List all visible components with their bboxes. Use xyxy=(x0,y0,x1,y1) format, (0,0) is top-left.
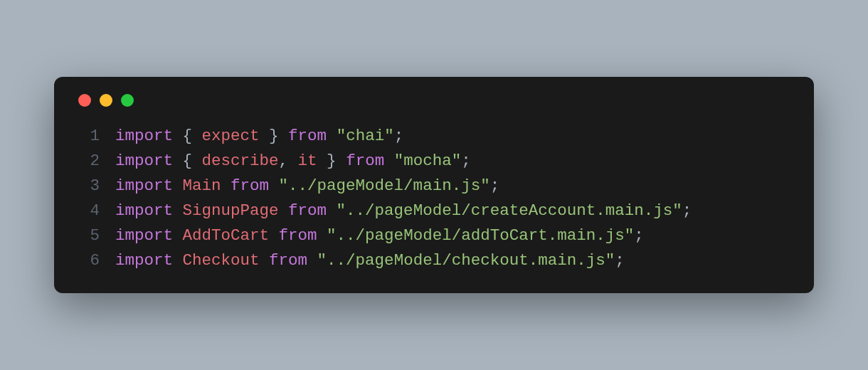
token-punct: ; xyxy=(682,201,692,220)
token-punct: { xyxy=(183,127,202,145)
token-default xyxy=(279,127,289,145)
token-keyword: import xyxy=(115,251,173,270)
token-keyword: from xyxy=(269,251,307,270)
line-content[interactable]: import Checkout from "../pageModel/check… xyxy=(115,248,625,273)
token-keyword: import xyxy=(115,152,173,170)
token-default xyxy=(307,251,317,270)
token-default xyxy=(327,127,337,145)
token-ident: Checkout xyxy=(183,251,260,270)
token-punct: ; xyxy=(394,127,404,145)
token-keyword: import xyxy=(115,201,173,220)
token-keyword: from xyxy=(279,226,317,245)
code-line[interactable]: 1import { expect } from "chai"; xyxy=(74,124,794,149)
code-area[interactable]: 1import { expect } from "chai";2import {… xyxy=(74,124,794,273)
line-number: 6 xyxy=(74,248,100,273)
token-default xyxy=(173,201,183,220)
token-default xyxy=(269,226,279,245)
token-default xyxy=(173,251,183,270)
code-line[interactable]: 6import Checkout from "../pageModel/chec… xyxy=(74,248,794,273)
maximize-icon[interactable] xyxy=(121,94,134,107)
line-content[interactable]: import SignupPage from "../pageModel/cre… xyxy=(115,199,692,223)
minimize-icon[interactable] xyxy=(100,94,112,107)
line-number: 1 xyxy=(74,124,100,149)
token-ident: expect xyxy=(202,127,260,145)
token-punct: ; xyxy=(634,226,644,245)
token-string: "../pageModel/createAccount.main.js" xyxy=(337,201,682,220)
token-default xyxy=(384,152,394,170)
code-editor-window: 1import { expect } from "chai";2import {… xyxy=(54,77,814,292)
token-keyword: from xyxy=(346,152,384,170)
token-keyword: from xyxy=(288,127,327,145)
token-punct: , xyxy=(279,152,298,170)
token-keyword: import xyxy=(115,176,173,195)
token-punct: ; xyxy=(490,176,500,195)
token-default xyxy=(173,176,183,195)
token-default xyxy=(173,226,183,245)
line-number: 5 xyxy=(74,223,100,248)
token-keyword: import xyxy=(115,127,173,145)
line-content[interactable]: import Main from "../pageModel/main.js"; xyxy=(115,174,499,199)
token-default xyxy=(327,201,337,220)
close-icon[interactable] xyxy=(78,94,91,107)
token-punct: ; xyxy=(615,251,625,270)
code-line[interactable]: 3import Main from "../pageModel/main.js"… xyxy=(74,174,794,199)
token-ident: it xyxy=(298,152,317,170)
token-ident: SignupPage xyxy=(183,201,279,220)
token-keyword: from xyxy=(231,176,269,195)
token-default xyxy=(337,152,346,170)
code-line[interactable]: 5import AddToCart from "../pageModel/add… xyxy=(74,223,794,248)
token-punct: } xyxy=(260,127,279,145)
token-default xyxy=(260,251,270,270)
line-content[interactable]: import { describe, it } from "mocha"; xyxy=(115,149,471,174)
window-controls xyxy=(74,94,794,107)
token-keyword: import xyxy=(115,226,173,245)
token-default xyxy=(317,226,327,245)
line-content[interactable]: import { expect } from "chai"; xyxy=(115,124,403,149)
token-default xyxy=(221,176,231,195)
token-default xyxy=(173,127,183,145)
token-string: "../pageModel/checkout.main.js" xyxy=(317,251,615,270)
line-number: 4 xyxy=(74,199,100,223)
token-keyword: from xyxy=(288,201,327,220)
token-string: "../pageModel/main.js" xyxy=(279,176,490,195)
token-default xyxy=(279,201,289,220)
code-line[interactable]: 4import SignupPage from "../pageModel/cr… xyxy=(74,199,794,223)
code-line[interactable]: 2import { describe, it } from "mocha"; xyxy=(74,149,794,174)
token-string: "../pageModel/addToCart.main.js" xyxy=(327,226,634,245)
token-ident: AddToCart xyxy=(183,226,270,245)
line-content[interactable]: import AddToCart from "../pageModel/addT… xyxy=(115,223,644,248)
token-default xyxy=(173,152,183,170)
token-string: "mocha" xyxy=(394,152,462,170)
token-ident: describe xyxy=(202,152,279,170)
token-punct: } xyxy=(317,152,337,170)
token-string: "chai" xyxy=(337,127,394,145)
line-number: 3 xyxy=(74,174,100,199)
token-ident: Main xyxy=(183,176,221,195)
token-punct: ; xyxy=(461,152,471,170)
token-default xyxy=(269,176,279,195)
line-number: 2 xyxy=(74,149,100,174)
token-punct: { xyxy=(183,152,202,170)
